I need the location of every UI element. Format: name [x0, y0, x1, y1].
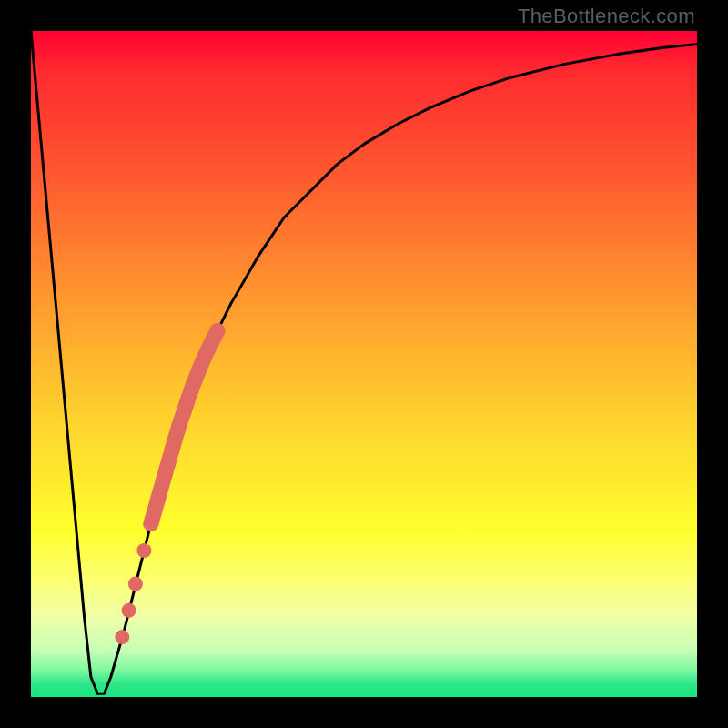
- highlight-dot: [115, 630, 129, 644]
- plot-area: [31, 31, 697, 697]
- curve-svg: [31, 31, 697, 697]
- highlight-dot: [122, 603, 136, 618]
- highlight-segment: [151, 330, 217, 523]
- bottleneck-curve: [31, 31, 697, 693]
- watermark-text: TheBottleneck.com: [518, 5, 695, 28]
- highlight-dot: [128, 577, 143, 592]
- highlight-dot: [136, 543, 151, 558]
- chart-frame: TheBottleneck.com: [0, 0, 728, 728]
